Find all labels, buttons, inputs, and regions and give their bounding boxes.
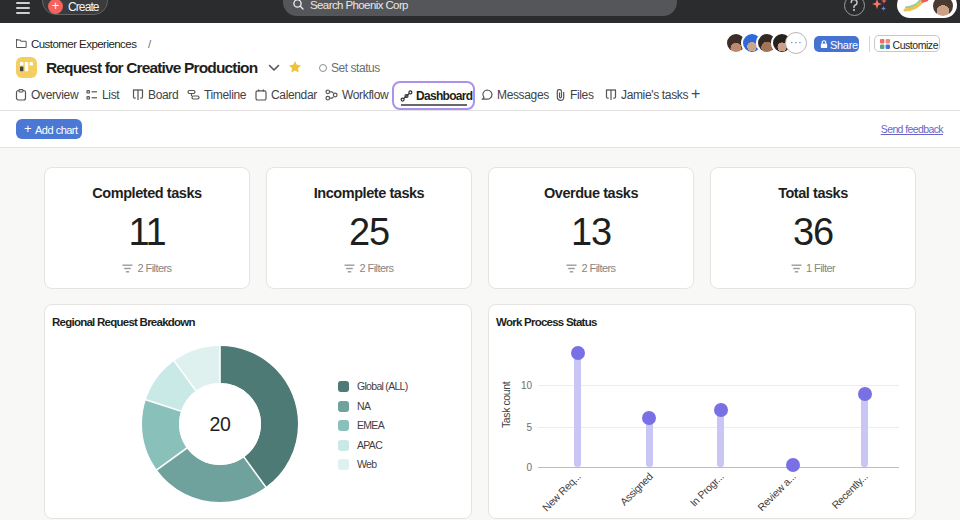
svg-text:20: 20: [209, 413, 231, 435]
